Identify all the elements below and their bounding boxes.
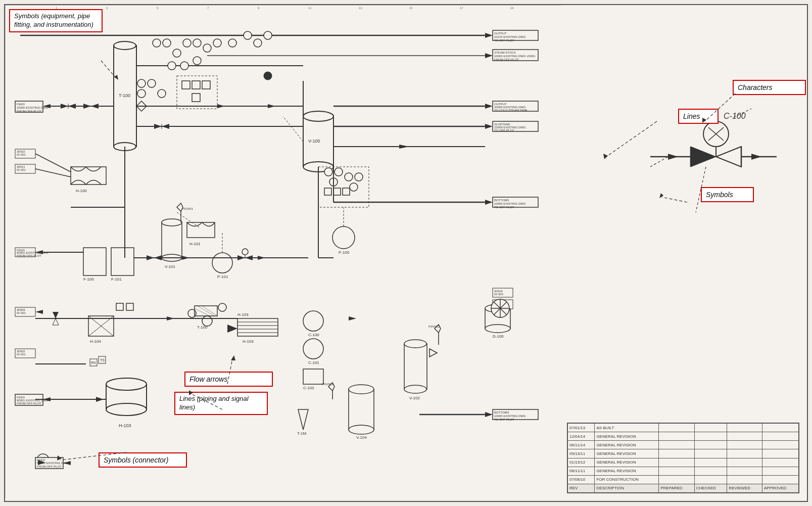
svg-text:PSV001: PSV001 bbox=[182, 207, 194, 210]
svg-rect-123 bbox=[303, 369, 323, 384]
svg-text:DI-302: DI-302 bbox=[494, 293, 504, 296]
svg-text:P-100: P-100 bbox=[339, 250, 350, 255]
svg-text:F-100: F-100 bbox=[83, 277, 94, 282]
svg-point-53 bbox=[193, 39, 201, 47]
title-block-date-2: 06/11/14 bbox=[568, 441, 595, 449]
svg-text:10115  EXISTING DWG: 10115 EXISTING DWG bbox=[494, 35, 526, 38]
svg-text:17: 17 bbox=[460, 7, 463, 10]
svg-point-92 bbox=[212, 253, 232, 273]
svg-text:H-101: H-101 bbox=[189, 242, 201, 246]
svg-point-207 bbox=[350, 183, 358, 191]
svg-text:P-101: P-101 bbox=[217, 274, 228, 279]
svg-text:DI-301: DI-301 bbox=[17, 168, 26, 171]
svg-point-206 bbox=[345, 173, 353, 181]
svg-text:FROM OFF-PLOT: FROM OFF-PLOT bbox=[17, 254, 41, 257]
svg-text:H-103: H-103 bbox=[243, 339, 254, 344]
svg-text:BOTTOMS: BOTTOMS bbox=[494, 411, 509, 414]
svg-rect-65 bbox=[192, 81, 200, 89]
svg-text:DI-301: DI-301 bbox=[17, 153, 26, 156]
title-block-desc-3: GENERAL REVISION bbox=[595, 449, 659, 458]
svg-rect-211 bbox=[343, 188, 350, 195]
svg-text:H-103: H-103 bbox=[119, 423, 131, 428]
svg-text:C-101: C-101 bbox=[308, 360, 319, 365]
svg-point-58 bbox=[254, 39, 262, 47]
title-block: 07/01/13 AS BUILT 12/04/14 GENERAL REVIS… bbox=[567, 423, 799, 493]
title-block-date-5: 08/11/11 bbox=[568, 467, 595, 475]
svg-point-18 bbox=[303, 111, 333, 121]
svg-point-203 bbox=[324, 168, 332, 176]
svg-text:FEED: FEED bbox=[17, 103, 25, 106]
svg-text:F-101: F-101 bbox=[111, 277, 122, 282]
svg-point-130 bbox=[349, 385, 374, 394]
annotation-symbols-right: Symbols bbox=[701, 187, 754, 202]
svg-point-49 bbox=[153, 39, 161, 47]
svg-point-172 bbox=[106, 403, 147, 416]
svg-text:BOTTOMS: BOTTOMS bbox=[494, 199, 509, 202]
svg-point-63 bbox=[158, 89, 166, 98]
title-block-desc-1: GENERAL REVISION bbox=[595, 432, 659, 441]
svg-text:10000  EXISTING DWG: 10000 EXISTING DWG bbox=[17, 106, 49, 109]
svg-point-59 bbox=[264, 31, 272, 39]
svg-text:OUTPUT: OUTPUT bbox=[494, 32, 507, 35]
svg-text:DI-301: DI-301 bbox=[17, 353, 26, 356]
svg-point-204 bbox=[335, 168, 343, 176]
svg-text:V-104: V-104 bbox=[356, 435, 367, 440]
title-block-date: 07/01/13 bbox=[568, 424, 595, 432]
annotation-symbols-top: Symbols (equipment, pipe fitting, and in… bbox=[9, 9, 103, 32]
svg-point-51 bbox=[173, 49, 181, 57]
svg-rect-88 bbox=[162, 222, 182, 258]
svg-point-55 bbox=[213, 39, 221, 47]
svg-rect-84 bbox=[83, 248, 106, 275]
svg-rect-210 bbox=[333, 188, 341, 195]
svg-text:H-100: H-100 bbox=[76, 189, 87, 193]
svg-rect-129 bbox=[349, 389, 374, 430]
svg-point-236 bbox=[264, 72, 272, 80]
svg-text:FROM OFF-PLOT: FROM OFF-PLOT bbox=[17, 402, 41, 405]
svg-text:13: 13 bbox=[359, 7, 362, 10]
svg-rect-125 bbox=[404, 344, 427, 389]
title-block-desc-header: DESCRIPTION bbox=[595, 484, 659, 492]
svg-text:10005  EXISTING DWG: 10005 EXISTING DWG bbox=[494, 202, 526, 205]
svg-rect-94 bbox=[187, 222, 215, 238]
svg-point-127 bbox=[404, 385, 426, 393]
svg-text:FROM OFF-PLOT: FROM OFF-PLOT bbox=[494, 58, 519, 61]
title-block-desc: AS BUILT bbox=[595, 424, 659, 432]
svg-text:D-100: D-100 bbox=[493, 334, 504, 339]
page-border: OUTPUT 10115 EXISTING DWG TO OFF-PLOT ST… bbox=[4, 4, 808, 502]
title-block-col6 bbox=[762, 424, 798, 432]
title-block-desc-2: GENERAL REVISION bbox=[595, 441, 659, 449]
svg-point-242 bbox=[193, 57, 201, 65]
annotation-characters: Characters bbox=[733, 80, 806, 95]
svg-point-14 bbox=[114, 41, 136, 50]
svg-text:TS: TS bbox=[100, 358, 105, 362]
title-block-date-6: 07/08/10 bbox=[568, 475, 595, 484]
svg-text:C-102: C-102 bbox=[303, 386, 314, 390]
svg-point-62 bbox=[137, 89, 146, 98]
svg-text:19: 19 bbox=[510, 7, 514, 10]
svg-text:H-103: H-103 bbox=[237, 312, 249, 317]
svg-point-152 bbox=[218, 303, 226, 311]
svg-point-89 bbox=[162, 219, 182, 226]
svg-point-61 bbox=[148, 79, 156, 87]
svg-point-240 bbox=[168, 62, 176, 70]
svg-marker-276 bbox=[751, 154, 761, 160]
svg-line-278 bbox=[650, 157, 668, 167]
title-block-desc-6: FOR CONSTRUCTION bbox=[595, 475, 659, 484]
svg-point-171 bbox=[106, 378, 147, 390]
annotation-lines: Lines bbox=[678, 109, 719, 124]
title-block-desc-4: GENERAL REVISION bbox=[595, 458, 659, 467]
svg-text:DI-301: DI-301 bbox=[17, 311, 26, 314]
svg-rect-209 bbox=[324, 188, 331, 195]
svg-text:RS: RS bbox=[91, 361, 96, 364]
svg-text:V-101: V-101 bbox=[165, 264, 175, 269]
title-block-col3 bbox=[659, 424, 695, 432]
pid-diagram: OUTPUT 10115 EXISTING DWG TO OFF-PLOT ST… bbox=[5, 5, 561, 498]
svg-rect-67 bbox=[192, 94, 200, 102]
svg-text:FROM OFF-PLOT: FROM OFF-PLOT bbox=[17, 110, 41, 113]
title-block-col5 bbox=[727, 424, 762, 432]
svg-text:10002  EXISTING DWG  V0001: 10002 EXISTING DWG V0001 bbox=[494, 55, 536, 58]
svg-text:TO COLD STEAM TANK: TO COLD STEAM TANK bbox=[494, 109, 528, 112]
svg-marker-275 bbox=[668, 154, 678, 160]
svg-point-121 bbox=[303, 339, 323, 359]
svg-text:TO OFF-PLOT: TO OFF-PLOT bbox=[494, 129, 514, 132]
